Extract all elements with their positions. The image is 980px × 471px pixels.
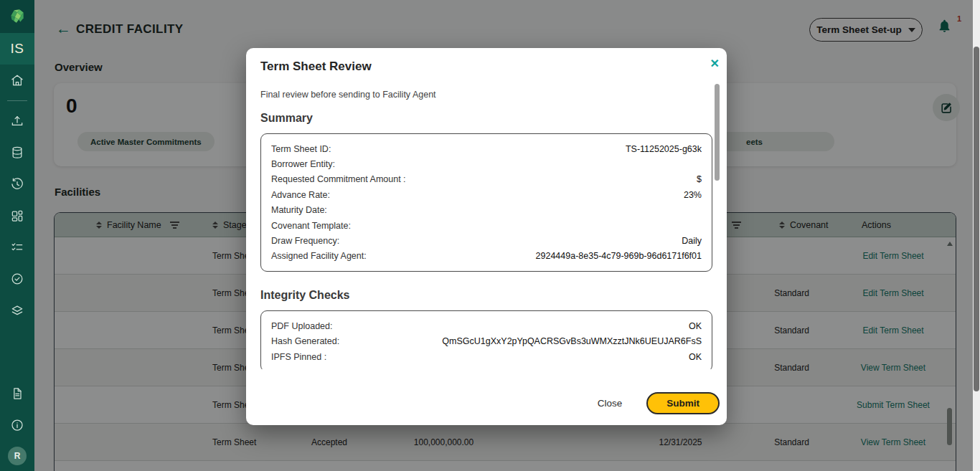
stage-cell: Term Sheet xyxy=(212,424,256,461)
apps-grid-icon[interactable] xyxy=(0,200,34,232)
column-stage: Stage xyxy=(212,213,247,237)
field-row: Assigned Facility Agent:2924449a-8e35-4c… xyxy=(271,249,702,264)
field-row: Term Sheet ID:TS-11252025-g63k xyxy=(271,141,702,156)
filter-icon[interactable] xyxy=(170,222,179,229)
chevron-down-icon xyxy=(908,28,915,32)
field-row: Draw Frequency:Daily xyxy=(271,233,702,248)
column-facility-name: Facility Name xyxy=(96,213,179,237)
field-label: Hash Generated: xyxy=(271,336,339,346)
field-row: IPFS Pinned :OK xyxy=(271,349,702,364)
scroll-up-arrow-icon[interactable] xyxy=(947,242,953,246)
field-label: Assigned Facility Agent: xyxy=(271,251,367,261)
active-master-commitments-badge: Active Master Commitments xyxy=(77,132,215,151)
avatar[interactable]: R xyxy=(8,447,27,465)
integrity-heading: Integrity Checks xyxy=(260,289,712,302)
field-row: Maturity Date: xyxy=(271,203,702,218)
covenant-cell: Standard xyxy=(740,275,844,312)
modal-body: Term Sheet Review Final review before se… xyxy=(246,48,727,369)
sort-icon[interactable] xyxy=(212,222,218,229)
sort-icon[interactable] xyxy=(779,222,785,229)
column-covenant: Covenant xyxy=(779,213,829,237)
field-value: QmSGcU1gXxY2pYpQACRSGvBs3uWMXzztJNk6UEUJ… xyxy=(442,336,702,346)
covenant-cell: Standard xyxy=(740,349,844,386)
brain-logo-icon[interactable] xyxy=(0,0,34,33)
maturity-date-cell xyxy=(628,461,732,471)
verified-check-icon[interactable] xyxy=(0,263,34,295)
covenant-cell: Standard xyxy=(740,312,844,349)
database-icon[interactable] xyxy=(0,137,34,168)
field-value: Daily xyxy=(682,236,702,246)
field-row: Advance Rate:23% xyxy=(271,187,702,202)
page-scrollbar-thumb[interactable] xyxy=(974,47,979,391)
term-sheet-setup-button[interactable]: Term Sheet Set-up xyxy=(809,18,923,42)
action-link xyxy=(840,461,946,471)
action-link-label[interactable]: Submit Term Sheet xyxy=(857,400,930,410)
notification-bell-icon[interactable]: 1 xyxy=(937,19,958,40)
close-button[interactable]: Close xyxy=(590,394,630,413)
layers-icon[interactable] xyxy=(0,295,34,326)
table-row: Term SheetAccepted100,000,000.0012/31/20… xyxy=(55,424,956,461)
sidebar-divider xyxy=(7,100,27,101)
term-sheet-setup-label: Term Sheet Set-up xyxy=(816,24,901,35)
action-link-label[interactable]: Edit Term Sheet xyxy=(862,288,923,298)
column-label: Actions xyxy=(862,220,891,230)
action-link-label[interactable]: View Term Sheet xyxy=(861,437,925,447)
field-row: PDF Uploaded:OK xyxy=(271,318,702,333)
field-value: $ xyxy=(697,174,702,184)
status-cell xyxy=(286,461,372,471)
covenant-cell xyxy=(740,461,844,471)
action-link[interactable]: Edit Term Sheet xyxy=(840,312,946,349)
checklist-icon[interactable] xyxy=(0,232,34,263)
amount-cell: 100,000,000.00 xyxy=(385,424,503,461)
column-actions: Actions xyxy=(862,213,891,237)
field-label: Draw Frequency: xyxy=(271,236,339,246)
maturity-date-cell: 12/31/2025 xyxy=(628,424,732,461)
column-label: Stage xyxy=(223,220,247,230)
field-row: Borrower Entity: xyxy=(271,156,702,171)
action-link-label[interactable]: View Term Sheet xyxy=(861,363,925,373)
action-link-label[interactable]: Edit Term Sheet xyxy=(862,251,923,261)
field-label: PDF Uploaded: xyxy=(271,321,332,331)
action-link[interactable]: View Term Sheet xyxy=(840,424,946,461)
page-title: CREDIT FACILITY xyxy=(76,22,184,37)
back-arrow-icon[interactable]: ← xyxy=(56,20,71,37)
page-header: ← CREDIT FACILITY Term Sheet Set-up 1 xyxy=(34,0,980,50)
modal-footer: Close Submit xyxy=(590,392,720,414)
field-label: IPFS Pinned : xyxy=(271,352,326,362)
action-link[interactable]: Submit Term Sheet xyxy=(840,386,946,424)
hidden-column-filter[interactable] xyxy=(732,213,741,237)
action-link-label[interactable]: Edit Term Sheet xyxy=(862,325,923,336)
table-scrollbar[interactable] xyxy=(947,242,953,468)
info-icon[interactable] xyxy=(0,409,34,441)
action-link[interactable]: Edit Term Sheet xyxy=(840,275,946,312)
field-label: Requested Commitment Amount : xyxy=(271,174,406,184)
table-scrollbar-thumb[interactable] xyxy=(947,408,952,445)
home-icon[interactable] xyxy=(0,65,34,96)
sidebar: IS R xyxy=(0,0,34,471)
history-icon[interactable] xyxy=(0,168,34,200)
upload-icon[interactable] xyxy=(0,105,34,137)
modal-scrollbar-thumb[interactable] xyxy=(715,84,720,181)
overview-heading: Overview xyxy=(55,61,103,73)
field-label: Borrower Entity: xyxy=(271,159,335,169)
action-link[interactable]: Edit Term Sheet xyxy=(840,237,946,275)
field-value: 23% xyxy=(684,190,702,200)
action-link[interactable]: View Term Sheet xyxy=(840,349,946,386)
modal-title: Term Sheet Review xyxy=(260,60,712,74)
field-value: OK xyxy=(689,352,702,362)
covenant-cell: Standard xyxy=(740,424,844,461)
field-label: Term Sheet ID: xyxy=(271,144,331,154)
edit-overview-button[interactable] xyxy=(933,94,960,121)
active-commitments-count: 0 xyxy=(66,95,77,118)
integrity-box: PDF Uploaded:OKHash Generated:QmSGcU1gXx… xyxy=(260,310,712,369)
sort-icon[interactable] xyxy=(96,222,102,229)
term-sheet-review-modal: ✕ Term Sheet Review Final review before … xyxy=(246,48,727,425)
column-label: Covenant xyxy=(790,220,829,230)
field-row: Hash Generated:QmSGcU1gXxY2pYpQACRSGvBs3… xyxy=(271,334,702,349)
document-icon[interactable] xyxy=(0,378,34,409)
submit-button[interactable]: Submit xyxy=(646,392,720,414)
filter-icon[interactable] xyxy=(732,222,741,229)
field-label: Maturity Date: xyxy=(271,205,327,215)
page-scrollbar[interactable] xyxy=(973,0,980,471)
field-value: OK xyxy=(689,321,702,331)
